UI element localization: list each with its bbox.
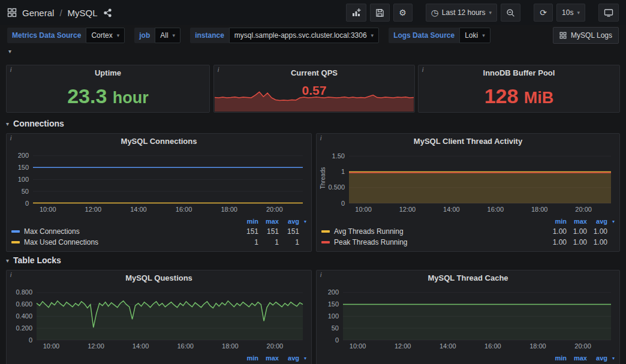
share-icon[interactable] — [103, 8, 112, 17]
svg-text:20:00: 20:00 — [574, 342, 591, 350]
series-swatch — [321, 241, 330, 243]
svg-text:20:00: 20:00 — [575, 206, 592, 213]
svg-text:100: 100 — [328, 312, 339, 320]
caret-down-icon: ▾ — [482, 33, 485, 38]
panel-title[interactable]: MySQL Connections — [7, 134, 311, 148]
legend-sort-caret-icon[interactable]: ▾ — [607, 219, 615, 224]
nav-actions: ⚙ ◷ Last 12 hours ▾ ⟳ 10s ▾ — [346, 4, 619, 22]
svg-text:20:00: 20:00 — [266, 206, 283, 213]
legend-sort-min[interactable]: min — [546, 354, 567, 362]
svg-text:50: 50 — [332, 324, 339, 332]
row-header-table-locks[interactable]: ▾ Table Locks — [6, 255, 61, 265]
svg-text:16:00: 16:00 — [484, 342, 501, 350]
variable-label: instance — [190, 28, 229, 43]
svg-text:0: 0 — [335, 336, 339, 344]
series-label[interactable]: Max Used Connections — [24, 238, 238, 246]
legend-sort-max[interactable]: max — [258, 354, 279, 362]
legend-sort-avg[interactable]: avg — [587, 218, 607, 225]
svg-text:20:00: 20:00 — [267, 342, 284, 350]
legend-sort-caret-icon[interactable]: ▾ — [607, 356, 615, 361]
save-dashboard-button[interactable] — [370, 4, 390, 22]
legend-sort-max[interactable]: max — [567, 354, 587, 362]
navbar: General / MySQL ⚙ ◷ — [0, 0, 626, 25]
row-header-connections[interactable]: ▾ Connections — [6, 119, 64, 128]
caret-down-icon: ▾ — [117, 33, 120, 38]
dashboard-settings-button[interactable]: ⚙ — [393, 4, 413, 22]
legend-sort-min[interactable]: min — [238, 354, 258, 362]
variable-logs-datasource: Logs Data Source Loki ▾ — [389, 28, 490, 43]
info-icon[interactable]: i — [10, 272, 11, 278]
legend-sort-min[interactable]: min — [546, 218, 567, 225]
legend-sort-avg[interactable]: avg — [279, 354, 299, 362]
legend-avg-value: 151 — [279, 227, 299, 236]
legend-row: Max Used Connections 1 1 1 — [11, 237, 306, 248]
legend-min-value: 1.00 — [546, 227, 567, 236]
refresh-button[interactable]: ⟳ — [534, 4, 553, 22]
caret-down-icon: ▾ — [173, 33, 176, 38]
series-label[interactable]: Peak Threads Running — [334, 238, 546, 246]
variable-label: Metrics Data Source — [7, 28, 86, 43]
panel-title[interactable]: MySQL Thread Cache — [317, 270, 619, 285]
connections-chart[interactable]: 05010015020010:0012:0014:0016:0018:0020:… — [9, 148, 309, 215]
job-dropdown[interactable]: All ▾ — [155, 28, 180, 43]
legend-sort-avg[interactable]: avg — [279, 218, 299, 225]
svg-text:10:00: 10:00 — [40, 206, 56, 213]
svg-text:0.600: 0.600 — [16, 300, 32, 308]
panel-title[interactable]: Uptime — [7, 65, 209, 80]
legend-sort-avg[interactable]: avg — [587, 354, 607, 362]
legend-avg-value: 1.00 — [587, 238, 607, 246]
info-icon[interactable]: i — [320, 272, 321, 278]
add-panel-button[interactable] — [346, 4, 366, 22]
info-icon[interactable]: i — [10, 67, 11, 73]
svg-text:16:00: 16:00 — [176, 206, 192, 213]
panel-title[interactable]: Current QPS — [214, 65, 414, 80]
series-swatch — [11, 241, 20, 243]
questions-chart[interactable]: 00.2000.4000.6000.80010:0012:0014:0016:0… — [9, 285, 309, 352]
panel-title[interactable]: InnoDB Buffer Pool — [419, 65, 619, 80]
zoom-out-icon — [506, 8, 515, 17]
panel-mysql-questions: i MySQL Questions 00.2000.4000.6000.8001… — [6, 270, 312, 364]
panel-title[interactable]: MySQL Questions — [7, 270, 311, 285]
cycle-view-button[interactable] — [598, 4, 619, 22]
legend-sort-min[interactable]: min — [238, 218, 258, 225]
caret-down-icon: ▾ — [577, 10, 580, 16]
legend-row: Peak Threads Running 1.00 1.00 1.00 — [321, 237, 615, 248]
svg-text:18:00: 18:00 — [222, 342, 239, 350]
thread-activity-chart[interactable]: 00.50011.5010:0012:0014:0016:0018:0020:0… — [319, 148, 617, 215]
legend-sort-max[interactable]: max — [258, 218, 279, 225]
legend-sort-max[interactable]: max — [567, 218, 587, 225]
svg-text:10:00: 10:00 — [355, 206, 372, 213]
legend-sort-caret-icon[interactable]: ▾ — [299, 219, 306, 224]
logs-datasource-dropdown[interactable]: Loki ▾ — [459, 28, 490, 43]
row-title: Table Locks — [13, 255, 61, 265]
series-label[interactable]: Avg Threads Running — [334, 227, 546, 236]
dashboards-grid-icon[interactable] — [7, 8, 17, 17]
breadcrumb-folder[interactable]: General — [22, 8, 54, 18]
panel-title[interactable]: MySQL Client Thread Activity — [317, 134, 619, 148]
series-label[interactable]: Max Connections — [24, 227, 238, 236]
info-icon[interactable]: i — [422, 67, 423, 73]
info-icon[interactable]: i — [10, 135, 11, 142]
row-collapse-chevron-icon[interactable]: ▾ — [8, 48, 11, 55]
breadcrumb-dashboard[interactable]: MySQL — [68, 8, 98, 18]
legend-sort-caret-icon[interactable]: ▾ — [299, 356, 306, 361]
legend: min max avg ▾ — [317, 353, 619, 363]
panel-uptime: i Uptime 23.3 hour — [6, 65, 210, 113]
svg-text:50: 50 — [22, 188, 29, 195]
svg-text:200: 200 — [328, 288, 339, 296]
zoom-out-button[interactable] — [501, 4, 520, 22]
svg-text:0: 0 — [341, 200, 345, 207]
instance-dropdown[interactable]: mysql.sample-apps.svc.cluster.local:3306… — [229, 28, 379, 43]
info-icon[interactable]: i — [320, 135, 321, 142]
legend-row: Avg Threads Running 1.00 1.00 1.00 — [321, 226, 615, 237]
thread-cache-chart[interactable]: 05010015020010:0012:0014:0016:0018:0020:… — [319, 285, 617, 352]
svg-text:16:00: 16:00 — [487, 206, 504, 213]
time-range-label: Last 12 hours — [442, 8, 486, 17]
refresh-interval-dropdown[interactable]: 10s ▾ — [556, 4, 585, 22]
svg-text:10:00: 10:00 — [43, 342, 60, 350]
time-range-picker[interactable]: ◷ Last 12 hours ▾ — [426, 4, 497, 22]
mysql-logs-button[interactable]: MySQL Logs — [553, 27, 619, 44]
info-icon[interactable]: i — [218, 67, 219, 73]
metrics-datasource-dropdown[interactable]: Cortex ▾ — [86, 28, 125, 43]
svg-text:Threads: Threads — [320, 167, 326, 189]
